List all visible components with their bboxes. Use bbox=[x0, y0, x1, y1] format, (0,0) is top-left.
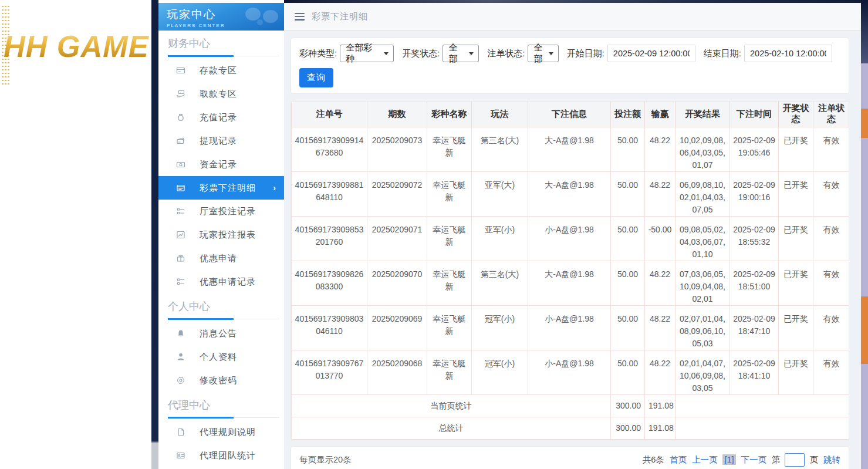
draw-result-cell: 07,03,06,05,10,09,04,08,02,01 bbox=[676, 261, 730, 305]
sidebar-item-team-stats[interactable]: 代理团队统计 bbox=[158, 444, 284, 467]
sidebar-item-person[interactable]: 个人资料 bbox=[158, 345, 284, 369]
sidebar: 玩家中心 PLAYERS CENTER 财务中心存款专区取款专区充值记录提现记录… bbox=[158, 0, 284, 469]
page-jump-input[interactable] bbox=[785, 453, 805, 467]
play-type-cell: 第三名(大) bbox=[472, 127, 528, 171]
order-status-cell: 有效 bbox=[813, 350, 850, 394]
sidebar-item-document[interactable]: 代理规则说明 bbox=[158, 420, 284, 444]
bet-info-cell: 大-A盘@1.98 bbox=[528, 127, 611, 171]
sidebar-item-label: 代理团队统计 bbox=[200, 450, 256, 461]
lottery-name-cell: 幸运飞艇新 bbox=[427, 261, 472, 305]
start-date-label: 开始日期: bbox=[567, 48, 604, 59]
brand-logo: HH GAME bbox=[4, 29, 151, 64]
sidebar-item-label: 修改密码 bbox=[200, 375, 237, 386]
search-button[interactable]: 查询 bbox=[299, 68, 333, 87]
main-content: 彩票下注明细 彩种类型: 全部彩种 开奖状态: 全部 注单状态: 全部 开始日期… bbox=[284, 0, 868, 469]
period-cell: 20250209070 bbox=[367, 261, 427, 305]
summary-label-cell: 当前页统计 bbox=[292, 394, 611, 417]
sidebar-item-hall-bet-record[interactable]: 厅室投注记录 bbox=[158, 200, 284, 223]
sidebar-item-withdraw-hand[interactable]: 取款专区 bbox=[158, 82, 284, 106]
team-stats-icon bbox=[176, 451, 185, 460]
bet-amount-cell: 50.00 bbox=[611, 127, 645, 171]
bet-amount-cell: 50.00 bbox=[611, 350, 645, 394]
sidebar-item-label: 优惠申请记录 bbox=[200, 276, 256, 288]
right-edge-artifact bbox=[861, 0, 868, 469]
order-status-value: 全部 bbox=[533, 42, 543, 65]
start-date-input[interactable] bbox=[607, 45, 695, 62]
sidebar-item-label: 优惠申请 bbox=[200, 253, 237, 264]
order-status-label: 注单状态: bbox=[487, 48, 525, 59]
column-header-draw-result: 开奖结果 bbox=[676, 102, 730, 127]
column-header-period: 期数 bbox=[367, 102, 427, 127]
draw-status-select[interactable]: 全部 bbox=[443, 45, 479, 62]
table-row: 40156917390988164811020250209072幸运飞艇新亚军(… bbox=[292, 171, 850, 216]
sidebar-item-label: 提现记录 bbox=[200, 136, 237, 147]
lottery-type-select[interactable]: 全部彩种 bbox=[340, 45, 394, 62]
first-page-link[interactable]: 首页 bbox=[670, 454, 687, 465]
lottery-type-value: 全部彩种 bbox=[346, 42, 379, 65]
column-header-win-loss: 输赢 bbox=[645, 102, 676, 127]
lottery-name-cell: 幸运飞艇新 bbox=[427, 350, 472, 394]
sidebar-section-title: 代理中心 bbox=[168, 398, 279, 418]
order-status-cell: 有效 bbox=[813, 305, 850, 350]
summary-win-loss-cell: 191.08 bbox=[645, 394, 676, 417]
sidebar-item-withdrawal-record[interactable]: 提现记录 bbox=[158, 129, 284, 153]
order-status-select[interactable]: 全部 bbox=[528, 45, 558, 62]
bet-detail-table-panel: 注单号期数彩种名称玩法下注信息投注额输赢开奖结果下注时间开奖状态注单状态 401… bbox=[291, 101, 849, 440]
bet-time-cell: 2025-02-09 19:00:16 bbox=[730, 171, 779, 216]
bet-info-cell: 小-A盘@1.98 bbox=[528, 350, 611, 394]
lottery-name-cell: 幸运飞艇新 bbox=[427, 305, 472, 350]
bell-icon bbox=[176, 329, 185, 338]
pagination-bar: 每页显示20条 共6条 首页 上一页 [1] 下一页 第 页 跳转 bbox=[291, 446, 849, 469]
lottery-name-cell: 幸运飞艇新 bbox=[427, 171, 472, 216]
player-report-icon bbox=[176, 230, 185, 239]
promo-apply-icon bbox=[176, 254, 185, 263]
sidebar-item-bell[interactable]: 消息公告 bbox=[158, 322, 284, 345]
bet-amount-cell: 50.00 bbox=[611, 216, 645, 261]
per-page-text: 每页显示20条 bbox=[299, 454, 352, 465]
gear-icon bbox=[176, 376, 185, 385]
jump-button[interactable]: 跳转 bbox=[823, 454, 840, 465]
table-row: 40156917390985320176020250209071幸运飞艇新亚军(… bbox=[292, 216, 850, 261]
draw-status-cell: 已开奖 bbox=[779, 261, 813, 305]
bet-id-cell: 401569173909914673680 bbox=[292, 127, 367, 171]
win-loss-cell: 48.22 bbox=[645, 350, 676, 394]
menu-toggle-icon[interactable] bbox=[295, 13, 305, 21]
win-loss-cell: 48.22 bbox=[645, 171, 676, 216]
play-type-cell: 冠军(小) bbox=[472, 305, 528, 350]
sidebar-item-funds-record[interactable]: 资金记录 bbox=[158, 153, 284, 176]
bet-amount-cell: 50.00 bbox=[611, 305, 645, 350]
sidebar-item-deposit-card[interactable]: 存款专区 bbox=[158, 59, 284, 82]
jump-suffix-label: 页 bbox=[810, 454, 819, 465]
end-date-input[interactable] bbox=[744, 45, 832, 62]
jump-prefix-label: 第 bbox=[772, 454, 781, 465]
bet-amount-cell: 50.00 bbox=[611, 171, 645, 216]
sidebar-item-label: 充值记录 bbox=[200, 112, 237, 123]
draw-status-cell: 已开奖 bbox=[779, 127, 813, 171]
column-header-play-type: 玩法 bbox=[472, 102, 528, 127]
draw-status-cell: 已开奖 bbox=[779, 216, 813, 261]
lottery-name-cell: 幸运飞艇新 bbox=[427, 216, 472, 261]
sidebar-item-label: 消息公告 bbox=[200, 328, 237, 339]
bet-time-cell: 2025-02-09 18:51:00 bbox=[730, 261, 779, 305]
lottery-type-label: 彩种类型: bbox=[299, 48, 337, 59]
prev-page-link[interactable]: 上一页 bbox=[692, 454, 718, 465]
next-page-link[interactable]: 下一页 bbox=[741, 454, 767, 465]
sidebar-item-recharge-bag[interactable]: 充值记录 bbox=[158, 106, 284, 129]
sidebar-section-title: 个人中心 bbox=[168, 299, 279, 319]
draw-result-cell: 02,01,04,07,10,06,09,08,03,05 bbox=[676, 350, 730, 394]
sidebar-item-player-report[interactable]: 玩家投注报表 bbox=[158, 223, 284, 247]
period-cell: 20250209068 bbox=[367, 350, 427, 394]
deposit-card-icon bbox=[176, 66, 185, 75]
bet-info-cell: 小-A盘@1.98 bbox=[528, 216, 611, 261]
sidebar-item-promo-record[interactable]: 优惠申请记录 bbox=[158, 270, 284, 293]
win-loss-cell: 48.22 bbox=[645, 305, 676, 350]
gamepad-icon bbox=[245, 6, 278, 24]
sidebar-item-lottery-detail[interactable]: 彩票下注明细› bbox=[158, 176, 284, 200]
bet-amount-cell: 50.00 bbox=[611, 261, 645, 305]
sidebar-item-gear[interactable]: 修改密码 bbox=[158, 369, 284, 392]
chevron-right-icon: › bbox=[273, 183, 276, 193]
sidebar-item-label: 存款专区 bbox=[200, 65, 237, 76]
column-header-bet-info: 下注信息 bbox=[528, 102, 611, 127]
sidebar-item-promo-apply[interactable]: 优惠申请 bbox=[158, 247, 284, 270]
bet-info-cell: 大-A盘@1.98 bbox=[528, 171, 611, 216]
